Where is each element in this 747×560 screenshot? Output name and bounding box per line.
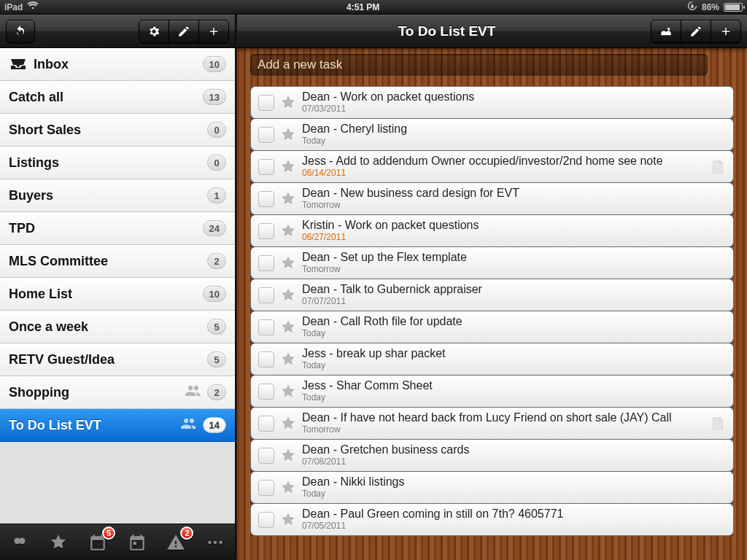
task-row[interactable]: Dean - Nikki listingsToday — [250, 471, 734, 504]
main-panel: To Do List EVT Add a new task Dean - Wor… — [236, 15, 747, 560]
sidebar-item-label: TPD — [9, 221, 197, 236]
task-row[interactable]: Dean - Cheryl listingToday — [250, 118, 734, 151]
task-checkbox[interactable] — [258, 127, 274, 143]
task-row[interactable]: Jess - Shar Comm SheetToday — [250, 375, 734, 408]
tab-week[interactable] — [121, 528, 153, 557]
share-button[interactable] — [651, 20, 681, 43]
sidebar-toolbar — [0, 15, 235, 48]
star-icon[interactable] — [280, 384, 296, 400]
task-title: Dean - If have not heard back from Lucy … — [302, 412, 705, 424]
add-task-input[interactable]: Add a new task — [250, 54, 708, 76]
task-row[interactable]: Dean - Paul Green coming in still on 7th… — [250, 503, 734, 536]
task-row[interactable]: Dean - Set up the Flex templateTomorrow — [250, 246, 734, 279]
task-title: Dean - Nikki listings — [302, 476, 726, 489]
clock: 4:51 PM — [39, 2, 687, 12]
main-toolbar: To Do List EVT — [237, 15, 747, 48]
task-due: Tomorrow — [302, 265, 726, 274]
sidebar-item-home-list[interactable]: Home List10 — [0, 278, 235, 311]
tab-all[interactable] — [4, 528, 36, 557]
sidebar-item-to-do-list-evt[interactable]: To Do List EVT14 — [0, 409, 235, 442]
sidebar-item-listings[interactable]: Listings0 — [0, 147, 235, 179]
task-title: Dean - Talk to Gubernick appraiser — [302, 284, 726, 296]
star-icon[interactable] — [280, 416, 296, 432]
sidebar-item-count: 5 — [207, 319, 226, 335]
task-checkbox[interactable] — [258, 384, 274, 400]
task-checkbox[interactable] — [258, 351, 274, 368]
sidebar-item-inbox[interactable]: Inbox10 — [0, 48, 235, 81]
sidebar-item-shopping[interactable]: Shopping2 — [0, 376, 235, 409]
task-checkbox[interactable] — [258, 191, 274, 207]
sidebar-item-count: 0 — [207, 122, 226, 138]
star-icon[interactable] — [280, 480, 296, 496]
edit-tasks-button[interactable] — [681, 20, 711, 43]
task-checkbox[interactable] — [258, 159, 274, 175]
task-title: Jess - Shar Comm Sheet — [302, 380, 726, 392]
star-icon[interactable] — [280, 95, 296, 111]
star-icon[interactable] — [280, 448, 296, 464]
sidebar-item-count: 2 — [207, 384, 226, 400]
add-list-button[interactable] — [198, 20, 229, 43]
task-due: 06/14/2011 — [302, 168, 705, 178]
task-row[interactable]: Dean - If have not heard back from Lucy … — [250, 407, 734, 440]
sidebar-item-mls-committee[interactable]: MLS Committee2 — [0, 245, 235, 278]
task-row[interactable]: Dean - Talk to Gubernick appraiser07/07/… — [250, 279, 734, 311]
edit-lists-button[interactable] — [169, 20, 199, 43]
star-icon[interactable] — [280, 223, 296, 239]
svg-point-0 — [208, 540, 211, 543]
star-icon[interactable] — [280, 351, 296, 368]
tab-starred[interactable] — [42, 528, 74, 557]
star-icon[interactable] — [280, 512, 296, 528]
inbox-icon — [9, 58, 28, 71]
sidebar-item-buyers[interactable]: Buyers1 — [0, 179, 235, 212]
star-icon[interactable] — [280, 319, 296, 335]
task-row[interactable]: Dean - New business card design for EVTT… — [250, 182, 734, 215]
sidebar-item-count: 10 — [203, 56, 226, 72]
task-checkbox[interactable] — [258, 480, 274, 496]
svg-point-1 — [214, 540, 217, 543]
sidebar-item-count: 24 — [203, 220, 226, 236]
sidebar-item-catch-all[interactable]: Catch all13 — [0, 81, 235, 114]
task-title: Dean - Work on packet questions — [302, 91, 726, 104]
task-due: 07/08/2011 — [302, 457, 726, 467]
tab-today[interactable]: 5 — [82, 528, 114, 557]
sidebar-item-once-a-week[interactable]: Once a week5 — [0, 311, 235, 343]
task-row[interactable]: Dean - Work on packet questions07/03/201… — [250, 86, 734, 119]
star-icon[interactable] — [280, 159, 296, 175]
status-bar: iPad 4:51 PM 86% — [0, 0, 747, 15]
add-task-button[interactable] — [711, 20, 741, 43]
task-checkbox[interactable] — [258, 319, 274, 335]
shared-icon — [185, 385, 201, 400]
task-checkbox[interactable] — [258, 255, 274, 271]
task-due: Today — [302, 489, 726, 499]
star-icon[interactable] — [280, 255, 296, 271]
tab-overdue[interactable]: 2 — [160, 528, 192, 557]
task-checkbox[interactable] — [258, 95, 274, 111]
refresh-button[interactable] — [6, 20, 35, 43]
task-row[interactable]: Kristin - Work on packet questions06/27/… — [250, 214, 734, 247]
star-icon[interactable] — [280, 287, 296, 303]
sidebar-item-short-sales[interactable]: Short Sales0 — [0, 114, 235, 147]
task-checkbox[interactable] — [258, 512, 274, 528]
tab-more[interactable] — [199, 528, 231, 557]
orientation-lock-icon — [687, 1, 697, 13]
task-row[interactable]: Dean - Call Roth file for updateToday — [250, 311, 734, 343]
settings-button[interactable] — [139, 20, 169, 43]
sidebar-item-label: Home List — [9, 287, 197, 302]
task-checkbox[interactable] — [258, 448, 274, 464]
task-checkbox[interactable] — [258, 287, 274, 303]
sidebar-item-label: Short Sales — [9, 122, 201, 138]
sidebar-item-retv-guest-idea[interactable]: RETV Guest/Idea5 — [0, 343, 235, 376]
star-icon[interactable] — [280, 191, 296, 207]
sidebar-item-tpd[interactable]: TPD24 — [0, 212, 235, 245]
task-checkbox[interactable] — [258, 416, 274, 432]
main-action-seg — [651, 20, 741, 43]
task-row[interactable]: Jess - break up shar packetToday — [250, 343, 734, 376]
task-checkbox[interactable] — [258, 223, 274, 239]
star-icon[interactable] — [280, 127, 296, 143]
task-row[interactable]: Jess - Add to addendum Owner occupied/in… — [250, 150, 734, 183]
task-due: 07/03/2011 — [302, 104, 726, 114]
task-title: Jess - break up shar packet — [302, 348, 726, 360]
task-row[interactable]: Dean - Gretchen business cards07/08/2011 — [250, 439, 734, 472]
sidebar-lists: Inbox10Catch all13Short Sales0Listings0B… — [0, 48, 235, 524]
task-title: Dean - Set up the Flex template — [302, 252, 726, 264]
